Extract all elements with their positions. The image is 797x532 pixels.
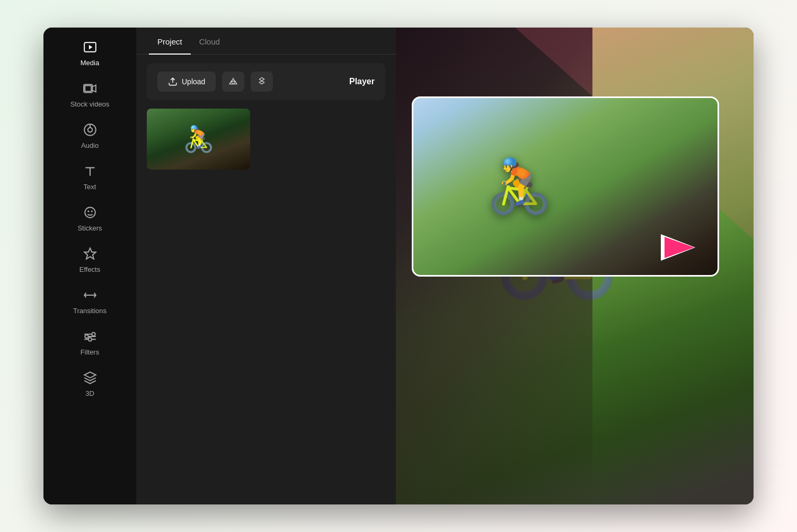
sidebar-transitions-label: Transitions	[73, 307, 107, 315]
sidebar-item-audio[interactable]: Audio	[43, 116, 136, 155]
tabs-bar: Project Cloud	[136, 28, 396, 55]
content-wrapper: Project Cloud Upload	[136, 28, 754, 504]
svg-point-16	[88, 338, 92, 341]
svg-point-5	[87, 128, 92, 132]
tab-cloud[interactable]: Cloud	[191, 28, 228, 55]
stickers-icon	[83, 206, 97, 221]
sidebar-media-label: Media	[81, 59, 99, 67]
media-thumbnail[interactable]	[147, 109, 250, 170]
upload-icon	[168, 77, 178, 86]
svg-rect-3	[85, 86, 91, 92]
svg-point-15	[92, 332, 95, 336]
upload-label: Upload	[182, 77, 205, 86]
svg-marker-12	[84, 248, 96, 259]
sidebar-item-3d[interactable]: 3D	[43, 363, 136, 403]
svg-marker-1	[88, 45, 92, 50]
toolbar: Upload Player	[147, 63, 385, 100]
sidebar: Media Stock videos Audio	[43, 28, 136, 504]
sidebar-item-stickers[interactable]: Stickers	[43, 198, 136, 237]
text-icon	[83, 164, 97, 180]
sidebar-filters-label: Filters	[81, 348, 99, 356]
player-label: Player	[349, 77, 375, 86]
svg-point-14	[85, 335, 88, 339]
sidebar-item-stock-videos[interactable]: Stock videos	[43, 74, 136, 113]
sidebar-audio-label: Audio	[81, 141, 99, 149]
upload-button[interactable]: Upload	[157, 72, 216, 92]
sidebar-text-label: Text	[84, 183, 96, 191]
3d-icon	[83, 371, 97, 386]
player-section	[396, 28, 754, 504]
sidebar-stock-videos-label: Stock videos	[70, 100, 110, 108]
tab-project[interactable]: Project	[149, 28, 191, 55]
dropbox-button[interactable]	[251, 72, 273, 92]
panel-area: Project Cloud Upload	[136, 28, 396, 504]
media-grid	[136, 109, 396, 170]
cursor-arrow-fill	[658, 226, 701, 269]
stock-videos-icon	[83, 82, 97, 97]
sidebar-stickers-label: Stickers	[77, 224, 102, 232]
google-drive-button[interactable]	[222, 72, 244, 92]
dropbox-icon	[257, 77, 267, 86]
svg-point-9	[85, 207, 95, 218]
svg-point-10	[87, 210, 89, 212]
google-drive-icon	[228, 77, 238, 86]
sidebar-item-filters[interactable]: Filters	[43, 322, 136, 361]
svg-point-11	[91, 210, 92, 212]
audio-icon	[83, 123, 97, 138]
filters-icon	[83, 330, 97, 345]
sidebar-3d-label: 3D	[85, 389, 94, 397]
sidebar-effects-label: Effects	[79, 265, 101, 273]
media-icon	[83, 40, 97, 56]
sidebar-item-text[interactable]: Text	[43, 157, 136, 196]
transitions-icon	[83, 288, 97, 304]
sidebar-item-media[interactable]: Media	[43, 33, 136, 72]
svg-marker-23	[665, 237, 694, 258]
app-window: Media Stock videos Audio	[43, 28, 754, 504]
sidebar-item-effects[interactable]: Effects	[43, 240, 136, 279]
sidebar-item-transitions[interactable]: Transitions	[43, 281, 136, 320]
effects-icon	[83, 247, 97, 262]
